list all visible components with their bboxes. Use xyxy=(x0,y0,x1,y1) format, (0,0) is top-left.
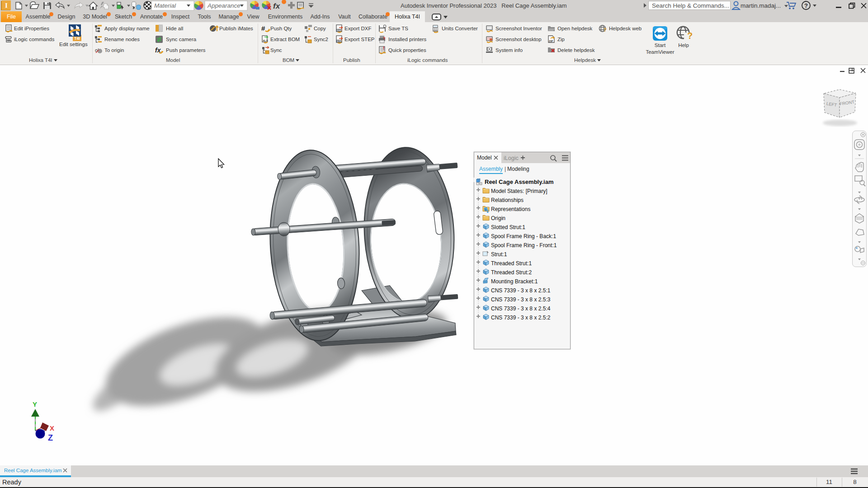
svg-text:T4I: T4I xyxy=(74,36,80,41)
svg-text:Z: Z xyxy=(48,433,53,442)
svg-text:ZIP: ZIP xyxy=(549,40,553,42)
svg-text:I: I xyxy=(5,2,8,9)
svg-text:?: ? xyxy=(687,31,693,41)
svg-text:#: # xyxy=(261,24,265,32)
svg-text:DXF: DXF xyxy=(337,29,342,32)
svg-text:?: ? xyxy=(804,2,808,9)
svg-text:Material: Material xyxy=(154,2,176,9)
svg-text:!: ! xyxy=(383,46,385,51)
svg-text:Y: Y xyxy=(33,400,37,408)
svg-text:Appearance: Appearance xyxy=(207,2,241,9)
svg-text:fx: fx xyxy=(273,2,281,10)
svg-text:?: ? xyxy=(604,27,607,33)
svg-text:X: X xyxy=(50,424,54,432)
svg-text:STP: STP xyxy=(337,40,342,42)
svg-text:?: ? xyxy=(383,36,386,41)
svg-text:iLogic: iLogic xyxy=(504,155,519,161)
